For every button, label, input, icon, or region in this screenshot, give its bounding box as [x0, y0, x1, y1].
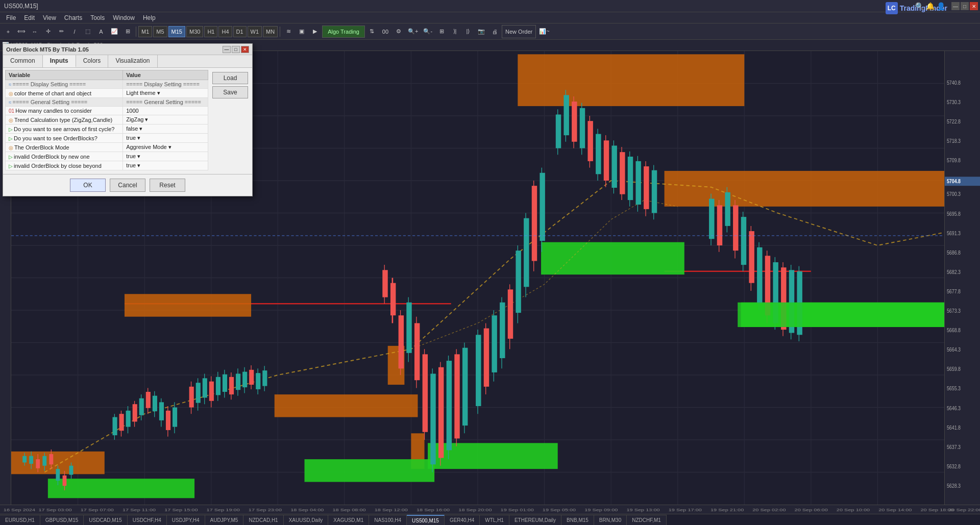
tab-visualization[interactable]: Visualization [108, 55, 157, 67]
dialog-maximize-btn[interactable]: □ [232, 46, 240, 53]
dialog-minimize-btn[interactable]: — [223, 46, 231, 53]
tab-eurusd-h1[interactable]: EURUSD,H1 [0, 515, 40, 525]
shapes-btn[interactable]: ⬚ [82, 25, 94, 38]
maximize-button[interactable]: □ [961, 2, 969, 10]
svg-rect-194 [738, 303, 944, 327]
tab-ethereum-daily[interactable]: ETHEREUM,Daily [509, 515, 561, 525]
trend-btn[interactable]: / [68, 25, 81, 38]
notification-icon[interactable]: 🔔 [926, 2, 935, 10]
tf-m1[interactable]: M1 [138, 26, 152, 37]
menu-edit[interactable]: Edit [20, 13, 39, 22]
menu-window[interactable]: Window [109, 13, 139, 22]
tab-usdcad-m15[interactable]: USDCAD,M15 [84, 515, 127, 525]
pen-btn[interactable]: ✏ [55, 25, 67, 38]
dialog: Order Block MT5 By TFlab 1.05 — □ ✕ Comm… [3, 43, 253, 196]
fib-btn[interactable]: ⊞ [121, 25, 134, 38]
tab-bnb-m15[interactable]: BNB,M15 [561, 515, 594, 525]
tf-d1[interactable]: D1 [233, 26, 247, 37]
menu-tools[interactable]: Tools [86, 13, 109, 22]
top-right-icons: 🔍 🔔 👤 — □ ✕ [915, 0, 980, 12]
tab-xagusd-m1[interactable]: XAGUSD,M1 [328, 515, 369, 525]
svg-rect-152 [587, 121, 593, 161]
tab-usdchf-h4[interactable]: USDCHF,H4 [128, 515, 167, 525]
tab-nzdchf-m1[interactable]: NZDCHF,M1 [627, 515, 667, 525]
chart-settings-btn[interactable]: 📊~ [537, 25, 551, 38]
zoom-reset-btn[interactable]: 🔍+ [406, 25, 420, 38]
tf-m15[interactable]: M15 [168, 26, 185, 37]
dialog-body-main: Variable Value ≈===== Display Setting ==… [5, 70, 208, 172]
auto-scroll-btn[interactable]: ⟩| [449, 25, 461, 38]
zoom-out-btn[interactable]: ↔ [29, 25, 41, 38]
chart-type-btn[interactable]: ≋ [282, 25, 295, 38]
grid-btn[interactable]: ⊞ [435, 25, 448, 38]
row-value[interactable]: Aggresive Mode ▾ [123, 143, 208, 152]
row-value[interactable]: 1000 [123, 107, 208, 115]
tab-audjpy-m5[interactable]: AUDJPY,M5 [205, 515, 244, 525]
tf-w1[interactable]: W1 [248, 26, 262, 37]
row-value[interactable]: true ▾ [123, 152, 208, 161]
strategy-btn[interactable]: ⇅ [366, 25, 378, 38]
svg-text:5722.8: 5722.8 [947, 118, 961, 124]
tab-common[interactable]: Common [3, 55, 43, 67]
scroll-left-btn[interactable]: |⟩ [462, 25, 474, 38]
screenshot-btn[interactable]: 📷 [475, 25, 487, 38]
candle-btn[interactable]: ▣ [296, 25, 308, 38]
close-button[interactable]: ✕ [970, 2, 978, 10]
tab-brn-m30[interactable]: BRN,M30 [594, 515, 627, 525]
ok-button[interactable]: OK [70, 179, 106, 192]
svg-text:5646.3: 5646.3 [947, 405, 961, 411]
svg-rect-118 [438, 367, 444, 458]
new-chart-btn[interactable]: + [2, 25, 14, 38]
inputs-table-scroll[interactable]: Variable Value ≈===== Display Setting ==… [5, 70, 208, 172]
search-icon[interactable]: 🔍 [915, 2, 924, 10]
tab-gbpusd-m15[interactable]: GBPUSD,M15 [40, 515, 84, 525]
tf-h1[interactable]: H1 [204, 26, 217, 37]
menu-help[interactable]: Help [139, 13, 160, 22]
zoom-minus-btn[interactable]: 🔍- [421, 25, 434, 38]
row-value[interactable]: true ▾ [123, 161, 208, 170]
dialog-close-btn[interactable]: ✕ [241, 46, 249, 53]
minimize-button[interactable]: — [951, 2, 960, 10]
text-btn[interactable]: A [95, 25, 107, 38]
new-order-btn[interactable]: New Order [502, 25, 536, 38]
svg-text:19 Sep 21:00: 19 Sep 21:00 [710, 508, 744, 512]
tab-ger40-h4[interactable]: GER40,H4 [445, 515, 480, 525]
row-value[interactable]: ZigZag ▾ [123, 115, 208, 124]
tab-nzdcad-h1[interactable]: NZDCAD,H1 [243, 515, 283, 525]
print-btn[interactable]: 🖨 [488, 25, 501, 38]
tab-usdjpy-h4[interactable]: USDJPY,H4 [167, 515, 205, 525]
tab-us500-m15[interactable]: US500,M15 [407, 515, 445, 525]
tf-h4[interactable]: H4 [218, 26, 232, 37]
tf-m30[interactable]: M30 [186, 26, 203, 37]
tab-xauusd-daily[interactable]: XAUUSD,Daily [284, 515, 329, 525]
svg-text:19 Sep 13:00: 19 Sep 13:00 [626, 508, 659, 512]
svg-text:20 Sep 02:00: 20 Sep 02:00 [752, 508, 786, 512]
svg-rect-106 [390, 283, 396, 315]
tab-wtl-h1[interactable]: WTL,H1 [480, 515, 509, 525]
svg-rect-138 [524, 218, 529, 287]
tab-nas100-h4[interactable]: NAS100,H4 [369, 515, 407, 525]
tf-m5[interactable]: M5 [153, 26, 167, 37]
play-btn[interactable]: ▶ [309, 25, 321, 38]
table-row: ◎The OrderBlock Mode Aggresive Mode ▾ [6, 143, 208, 152]
save-button[interactable]: Save [212, 86, 248, 98]
reset-button[interactable]: Reset [150, 179, 185, 192]
zoom-in-btn[interactable]: ⟺ [15, 25, 28, 38]
tf-mn[interactable]: MN [263, 26, 278, 37]
person-icon[interactable]: 👤 [937, 2, 945, 10]
algo-trading-btn[interactable]: Algo Trading [322, 26, 365, 38]
menu-file[interactable]: File [2, 13, 20, 22]
row-value[interactable]: Light theme ▾ [123, 89, 208, 98]
indicators-btn[interactable]: 📈 [108, 25, 120, 38]
crosshair-btn[interactable]: ✛ [42, 25, 54, 38]
config-btn[interactable]: ⚙ [393, 25, 405, 38]
menu-view[interactable]: View [39, 13, 60, 22]
row-value[interactable]: false ▾ [123, 124, 208, 134]
indicator-dl-btn[interactable]: 00 [379, 25, 391, 38]
menu-charts[interactable]: Charts [60, 13, 86, 22]
row-value[interactable]: true ▾ [123, 134, 208, 143]
tab-inputs[interactable]: Inputs [43, 55, 76, 67]
cancel-button[interactable]: Cancel [110, 179, 145, 192]
tab-colors[interactable]: Colors [76, 55, 109, 67]
load-button[interactable]: Load [212, 72, 248, 84]
